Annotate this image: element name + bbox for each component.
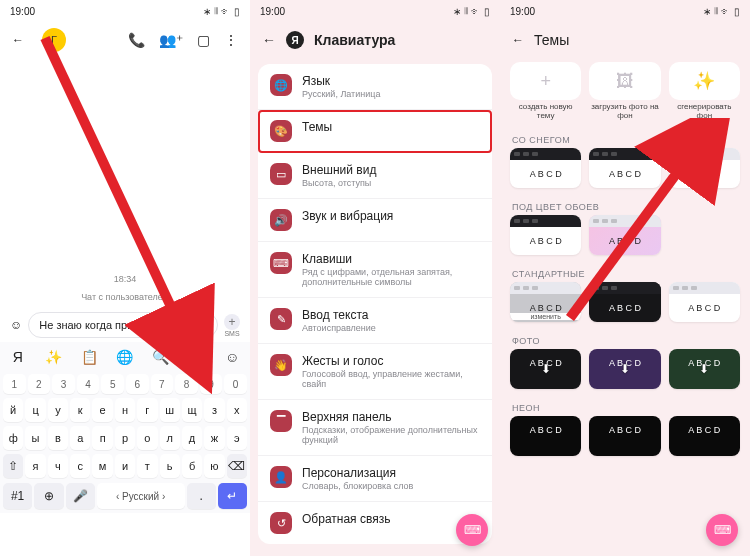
theme-card[interactable]: A B C D⬇ — [669, 349, 740, 389]
key[interactable]: д — [182, 426, 202, 450]
theme-card[interactable]: A B C D — [510, 416, 581, 456]
key[interactable]: у — [48, 398, 68, 422]
kb-magic-icon[interactable]: ✨ — [44, 347, 64, 367]
message-input[interactable]: Не знаю когда приеду жди ти — [28, 312, 218, 338]
theme-card[interactable]: A B C D — [669, 282, 740, 322]
emoji-icon[interactable]: ☺ — [10, 318, 22, 332]
key[interactable]: щ — [182, 398, 202, 422]
key[interactable]: 2 — [28, 374, 51, 394]
plus-icon: + — [224, 314, 240, 330]
avatar[interactable]: Г — [42, 28, 66, 52]
theme-card-current[interactable]: A B C Dизменить — [510, 282, 581, 322]
key[interactable]: в — [48, 426, 68, 450]
settings-item[interactable]: 🌐ЯзыкРусский, Латиница — [258, 64, 492, 110]
settings-item[interactable]: 🔊Звук и вибрация — [258, 199, 492, 242]
theme-card[interactable]: A B C D — [589, 148, 660, 188]
kb-ya-icon[interactable]: Я — [8, 347, 28, 367]
key[interactable]: х — [227, 398, 247, 422]
settings-item[interactable]: 🎨Темы — [258, 110, 492, 153]
settings-item[interactable]: ▔Верхняя панельПодсказки, отображение до… — [258, 400, 492, 456]
key[interactable]: 0 — [224, 374, 247, 394]
back-icon[interactable]: ← — [512, 33, 524, 47]
key[interactable]: 7 — [151, 374, 174, 394]
theme-action[interactable]: +создать новую тему — [510, 62, 581, 121]
key[interactable]: м — [92, 454, 112, 478]
key[interactable]: е — [92, 398, 112, 422]
key[interactable]: 1 — [3, 374, 26, 394]
key[interactable]: н — [115, 398, 135, 422]
key-dot[interactable]: . — [187, 483, 216, 509]
video-icon[interactable]: ▢ — [197, 32, 210, 48]
key-space[interactable]: ‹ Русский › — [97, 483, 185, 509]
fab-keyboard[interactable]: ⌨ — [456, 514, 488, 546]
key[interactable]: т — [137, 454, 157, 478]
key[interactable]: и — [115, 454, 135, 478]
key[interactable]: ь — [160, 454, 180, 478]
kb-search-icon[interactable]: 🔍 — [151, 347, 171, 367]
back-icon[interactable]: ← — [12, 33, 24, 47]
kb-emoji-icon[interactable]: ☺ — [222, 347, 242, 367]
group-label-wallpaper: ПОД ЦВЕТ ОБОЕВ — [500, 196, 750, 215]
settings-item[interactable]: ⌨КлавишиРяд с цифрами, отдельная запятая… — [258, 242, 492, 298]
key[interactable]: 6 — [126, 374, 149, 394]
key-numswitch[interactable]: #1 — [3, 483, 32, 509]
theme-card[interactable]: A B C D⬇ — [510, 349, 581, 389]
theme-action[interactable]: ✨сгенерировать фон — [669, 62, 740, 121]
theme-card[interactable]: A B C D — [589, 215, 660, 255]
call-icon[interactable]: 📞 — [128, 32, 145, 48]
key[interactable]: я — [25, 454, 45, 478]
kb-settings-icon[interactable]: ⚙ — [186, 347, 206, 367]
theme-card[interactable]: A B C D — [669, 148, 740, 188]
theme-action[interactable]: 🖼загрузить фото на фон — [589, 62, 660, 121]
settings-item[interactable]: ▭Внешний видВысота, отступы — [258, 153, 492, 199]
settings-item[interactable]: ✎Ввод текстаАвтоисправление — [258, 298, 492, 344]
key[interactable]: 9 — [200, 374, 223, 394]
add-person-icon[interactable]: 👥⁺ — [159, 32, 183, 48]
key[interactable]: р — [115, 426, 135, 450]
key[interactable]: ю — [204, 454, 224, 478]
sms-attach[interactable]: + SMS — [224, 314, 240, 337]
key[interactable]: а — [70, 426, 90, 450]
settings-item[interactable]: 👋Жесты и голосГолосовой ввод, управление… — [258, 344, 492, 400]
key-enter[interactable]: ↵ — [218, 483, 247, 509]
kb-translate-icon[interactable]: 🌐 — [115, 347, 135, 367]
bt-icon: ∗ — [453, 6, 461, 17]
theme-card[interactable]: A B C D⬇ — [589, 349, 660, 389]
key[interactable]: ф — [3, 426, 23, 450]
theme-card[interactable]: A B C D — [589, 416, 660, 456]
key[interactable]: ч — [48, 454, 68, 478]
theme-card[interactable]: A B C D — [510, 148, 581, 188]
key[interactable]: г — [137, 398, 157, 422]
theme-card[interactable]: A B C D — [669, 416, 740, 456]
back-icon[interactable]: ← — [262, 32, 276, 48]
key[interactable]: к — [70, 398, 90, 422]
key[interactable]: б — [182, 454, 202, 478]
key[interactable]: о — [137, 426, 157, 450]
download-icon: ⬇ — [699, 362, 709, 376]
key[interactable]: ц — [25, 398, 45, 422]
key[interactable]: ⇧ — [3, 454, 23, 478]
key[interactable]: ж — [204, 426, 224, 450]
theme-card[interactable]: A B C D — [510, 215, 581, 255]
key[interactable]: 4 — [77, 374, 100, 394]
key-globe[interactable]: ⊕ — [34, 483, 63, 509]
key[interactable]: 5 — [101, 374, 124, 394]
key[interactable]: п — [92, 426, 112, 450]
key[interactable]: ы — [25, 426, 45, 450]
key[interactable]: э — [227, 426, 247, 450]
fab-keyboard[interactable]: ⌨ — [706, 514, 738, 546]
key[interactable]: с — [70, 454, 90, 478]
key[interactable]: й — [3, 398, 23, 422]
key[interactable]: 3 — [52, 374, 75, 394]
kb-clipboard-icon[interactable]: 📋 — [79, 347, 99, 367]
key[interactable]: л — [160, 426, 180, 450]
key-mic[interactable]: 🎤 — [66, 483, 95, 509]
settings-item-subtitle: Русский, Латиница — [302, 89, 380, 99]
more-icon[interactable]: ⋮ — [224, 32, 238, 48]
key[interactable]: ш — [160, 398, 180, 422]
settings-item[interactable]: 👤ПерсонализацияСловарь, блокировка слов — [258, 456, 492, 502]
theme-card[interactable]: A B C D — [589, 282, 660, 322]
key[interactable]: ⌫ — [227, 454, 247, 478]
key[interactable]: з — [204, 398, 224, 422]
key[interactable]: 8 — [175, 374, 198, 394]
